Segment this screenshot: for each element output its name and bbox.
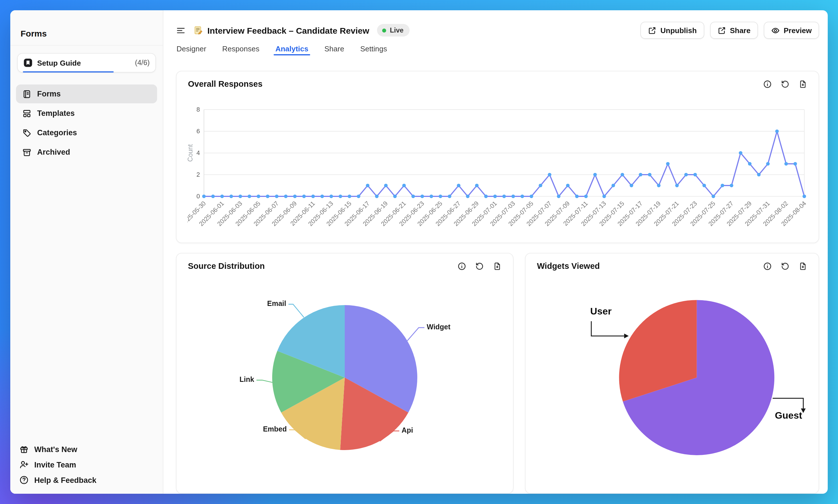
setup-guide-progress: (4/6) [135,59,150,67]
svg-text:Embed: Embed [263,425,287,433]
refresh-icon[interactable] [781,79,789,88]
source-distribution-card: Source Distribution EmailWidgetLinkEmbed… [176,253,513,494]
share-button[interactable]: Share [710,22,758,39]
button-label: Share [730,26,750,35]
page: Forms Setup Guide (4/6) FormsTemplatesCa… [0,0,838,504]
sidebar-footer-label: Help & Feedback [34,476,97,484]
bottom-cards-row: Source Distribution EmailWidgetLinkEmbed… [176,253,819,494]
card-title-overall-responses: Overall Responses [188,79,763,88]
source-distribution-pie-chart: EmailWidgetLinkEmbedApi [176,272,513,489]
archive-icon [22,147,31,157]
share-icon [717,26,726,35]
card-header: Overall Responses [176,71,819,88]
sidebar-footer-item-invite-team[interactable]: Invite Team [19,460,154,469]
sidebar: Forms Setup Guide (4/6) FormsTemplatesCa… [10,10,163,494]
card-title-widgets-viewed: Widgets Viewed [537,262,763,271]
chart-toolbar [763,262,807,270]
templates-icon [22,109,31,118]
sidebar-footer: What's NewInvite TeamHelp & Feedback [10,445,163,494]
invite-icon [19,460,29,469]
share-icon [648,26,656,35]
card-title-source-distribution: Source Distribution [188,262,457,271]
button-label: Unpublish [660,26,697,35]
sidebar-footer-label: What's New [34,445,77,453]
widgets-viewed-card: Widgets Viewed UserGuest [525,253,819,494]
main-content: Interview Feedback – Candidate Review Li… [163,10,828,494]
svg-text:Email: Email [267,299,286,307]
svg-text:User: User [590,306,611,317]
header-actions: UnpublishSharePreview [640,22,819,39]
export-icon[interactable] [799,79,807,88]
info-icon[interactable] [763,262,772,270]
card-header: Widgets Viewed [526,253,819,271]
sidebar-title: Forms [21,29,153,38]
preview-button[interactable]: Preview [764,22,819,39]
forms-icon [22,89,31,98]
sidebar-nav: FormsTemplatesCategoriesArchived [10,85,163,162]
setup-guide-card[interactable]: Setup Guide (4/6) [17,53,156,72]
tab-settings[interactable]: Settings [360,42,388,55]
setup-guide-label: Setup Guide [37,58,81,67]
unpublish-button[interactable]: Unpublish [640,22,704,39]
svg-text:Guest: Guest [775,410,802,421]
svg-text:Count: Count [187,144,194,162]
svg-text:Api: Api [402,426,413,434]
export-icon[interactable] [493,262,502,270]
live-dot-icon [382,28,386,32]
tab-designer[interactable]: Designer [176,42,207,55]
sidebar-item-label: Categories [37,128,77,137]
form-title: Interview Feedback – Candidate Review [207,25,369,35]
sidebar-footer-label: Invite Team [34,460,76,469]
tab-share[interactable]: Share [324,42,345,55]
info-icon[interactable] [457,262,466,270]
refresh-icon[interactable] [781,262,789,270]
svg-text:Widget: Widget [427,323,451,331]
chart-toolbar [457,262,502,270]
overall-responses-card: Overall Responses 02468Count2025-05-3020… [176,71,819,243]
eye-icon [771,26,780,35]
widgets-viewed-pie-chart: UserGuest [526,272,819,489]
categories-icon [22,128,31,137]
sidebar-item-archived[interactable]: Archived [16,143,157,162]
sidebar-item-label: Archived [37,148,70,156]
sidebar-item-label: Forms [37,90,61,98]
refresh-icon[interactable] [475,262,484,270]
svg-text:4: 4 [196,149,200,156]
sidebar-item-label: Templates [37,109,75,118]
svg-text:8: 8 [196,106,200,113]
tab-analytics[interactable]: Analytics [275,42,309,55]
svg-text:0: 0 [196,193,200,200]
button-label: Preview [784,26,812,35]
sidebar-item-categories[interactable]: Categories [16,123,157,142]
svg-text:Categories: Categories [486,241,522,243]
sidebar-header: Forms [10,10,163,46]
svg-text:6: 6 [196,128,200,135]
setup-guide-icon [23,58,33,67]
status-badge: Live [377,24,410,37]
sidebar-toggle-button[interactable] [176,25,186,35]
info-icon[interactable] [763,79,772,88]
help-icon [19,475,29,485]
tab-bar: DesignerResponsesAnalyticsShareSettings [176,42,819,55]
setup-guide-progress-bar [23,71,114,72]
status-badge-label: Live [390,26,404,34]
svg-text:Link: Link [240,375,254,383]
sidebar-footer-item-what-s-new[interactable]: What's New [19,445,154,454]
svg-text:2: 2 [196,171,200,178]
export-icon[interactable] [799,262,807,270]
sidebar-footer-item-help-feedback[interactable]: Help & Feedback [19,475,154,485]
form-header: Interview Feedback – Candidate Review Li… [176,22,819,39]
app-window: Forms Setup Guide (4/6) FormsTemplatesCa… [10,10,828,494]
overall-responses-line-chart: 02468Count2025-05-302025-06-012025-06-03… [187,91,808,243]
sidebar-item-forms[interactable]: Forms [16,85,157,103]
tab-responses[interactable]: Responses [222,42,260,55]
memo-icon [194,26,203,35]
chart-toolbar [763,79,807,88]
card-header: Source Distribution [176,253,513,271]
sidebar-item-templates[interactable]: Templates [16,104,157,123]
gift-icon [19,445,29,454]
